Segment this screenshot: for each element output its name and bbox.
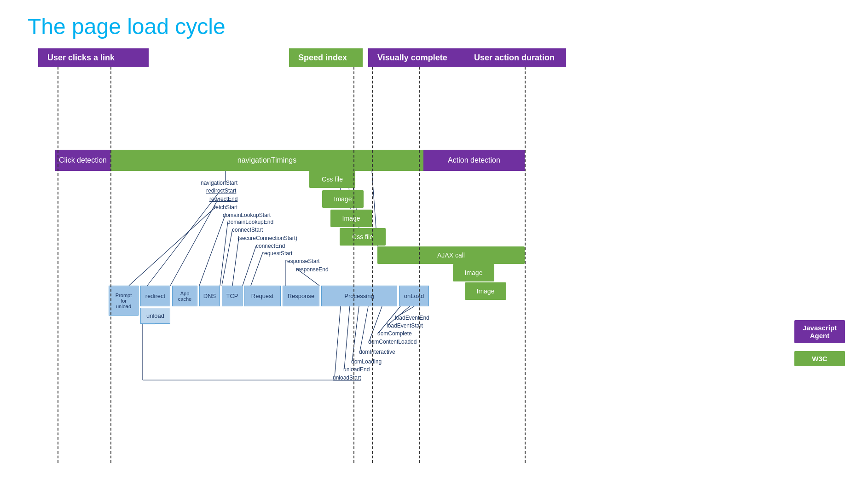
process-onload: onLoad: [399, 286, 429, 306]
process-response: Response: [283, 286, 319, 306]
action-detection-bar: Action detection: [423, 150, 525, 171]
legend-w3c: W3C: [794, 351, 845, 366]
legend-javascript-agent: Javascript Agent: [794, 320, 845, 343]
svg-line-1: [147, 190, 221, 286]
process-prompt-unload: Prompt for unload: [109, 286, 139, 316]
timing-redirectEnd: redirectEnd: [209, 196, 237, 202]
svg-line-7: [232, 237, 239, 286]
svg-line-3: [129, 206, 216, 286]
resource-css-file-2: Css file: [340, 228, 386, 246]
timing-secureConnectionStart: (secureConnectionStart): [237, 235, 297, 241]
resource-image-4: Image: [465, 282, 506, 300]
navigation-timings-bar: navigationTimings: [110, 150, 423, 171]
process-processing: Processing: [321, 286, 397, 306]
timing-fetchStart: fetchStart: [214, 204, 237, 211]
phase-visually-complete: Visually complete: [368, 48, 469, 67]
timing-responseEnd: responseEnd: [296, 266, 329, 273]
resource-css-file-1: Css file: [309, 170, 355, 188]
dashed-line-1: [58, 67, 58, 463]
svg-line-5: [220, 222, 228, 286]
phase-user-action-duration: User action duration: [465, 48, 566, 67]
timing-requestStart: requestStart: [262, 250, 292, 257]
svg-line-18: [344, 306, 350, 369]
svg-line-19: [335, 306, 341, 377]
timing-domainLookupEnd: domainLookupEnd: [227, 219, 273, 225]
svg-line-4: [199, 214, 226, 286]
timing-loadEventStart: loadEventStart: [387, 322, 423, 329]
process-request: Request: [244, 286, 281, 306]
timing-redirectStart: redirectStart: [206, 187, 236, 194]
dashed-line-6: [525, 67, 526, 463]
timing-responseStart: responseStart: [285, 258, 320, 264]
timing-unloadStart: unloadStart: [333, 375, 361, 381]
process-app-cache: App cache: [172, 286, 197, 306]
svg-line-8: [243, 245, 256, 286]
timing-navigationStart: navigationStart: [201, 180, 237, 186]
timing-domComplete: domComplete: [377, 330, 412, 337]
resource-image-2: Image: [330, 210, 372, 227]
timing-domContentLoaded: domContentLoaded: [368, 339, 417, 345]
phase-speed-index: Speed index: [289, 48, 363, 67]
timing-connectEnd: connectEnd: [256, 243, 285, 249]
phase-user-clicks: User clicks a link: [38, 48, 149, 67]
svg-line-16: [360, 306, 368, 351]
timing-domLoading: domLoading: [351, 358, 382, 365]
dashed-line-5: [419, 67, 420, 463]
dashed-line-4: [372, 67, 373, 463]
dashed-line-3: [353, 67, 354, 463]
svg-line-2: [170, 198, 219, 286]
process-dns: DNS: [199, 286, 220, 306]
page-title: The page load cycle: [0, 0, 868, 48]
diagram-container: User clicks a link Speed index Visually …: [0, 48, 868, 463]
timing-domainLookupStart: domainLookupStart: [223, 212, 271, 218]
svg-line-6: [222, 229, 232, 286]
timing-connectStart: connectStart: [232, 227, 263, 233]
resource-image-1: Image: [322, 190, 364, 208]
process-tcp: TCP: [222, 286, 243, 306]
timing-loadEventEnd: loadEventEnd: [395, 315, 429, 321]
timing-unloadEnd: unloadEnd: [343, 366, 370, 373]
svg-line-9: [251, 252, 263, 286]
process-unload: unload: [140, 308, 170, 324]
process-redirect: redirect: [140, 286, 170, 306]
resource-image-3: Image: [453, 264, 494, 281]
click-detection-bar: Click detection: [55, 150, 110, 171]
timing-domInteractive: domInteractive: [359, 349, 395, 355]
resource-ajax-call: AJAX call: [377, 246, 525, 264]
dashed-line-2: [110, 67, 111, 463]
